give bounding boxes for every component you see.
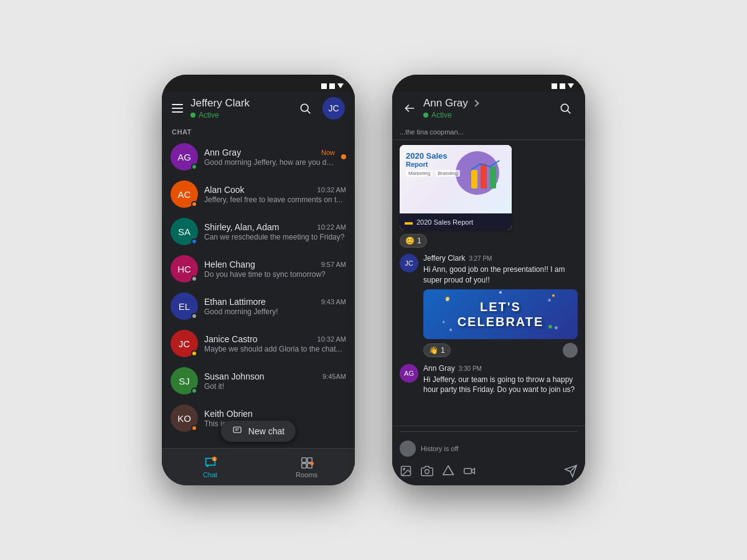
sales-report-label: Report [406, 161, 460, 168]
chat-item-alan-cook[interactable]: AC Alan Cook 10:32 AM Jeffery, feel free… [162, 175, 355, 213]
chat-time: 9:43 AM [321, 298, 346, 306]
sales-year: 2020 Sales [406, 151, 460, 161]
signal-icon [329, 83, 335, 89]
chat-name-row: Keith Obrien [204, 409, 346, 419]
msg-avatar-jeffery: JC [400, 254, 418, 273]
chat-item-ethan-lattimore[interactable]: EL Ethan Lattimore 9:43 AM Good morning … [162, 287, 355, 325]
nav-chat[interactable]: 1 Chat [162, 456, 258, 478]
msg-text-ann: Hi Jeffery, our team is going to throw a… [423, 375, 578, 396]
wifi-icon [321, 83, 327, 89]
status-dot-ethan-lattimore [191, 313, 197, 319]
reaction-pill-2[interactable]: 👋 1 [423, 343, 451, 357]
file-card[interactable]: 2020 Sales Report Marketing Branding [400, 145, 512, 230]
celebrate-text-line2: CELEBRATE [458, 314, 544, 329]
svg-line-13 [568, 111, 571, 114]
chat-section-label: CHAT [162, 124, 355, 138]
user-avatar[interactable]: JC [322, 97, 345, 119]
reaction-count-1: 1 [417, 236, 421, 245]
new-chat-button[interactable]: New chat [221, 421, 296, 442]
svg-rect-14 [471, 170, 477, 189]
rooms-nav-label: Rooms [296, 471, 317, 478]
status-dot-helen-chang [191, 276, 197, 282]
unread-indicator [341, 154, 346, 159]
chat-item-helen-chang[interactable]: HC Helen Chang 9:57 AM Do you have time … [162, 250, 355, 287]
file-card-image: 2020 Sales Report Marketing Branding [400, 145, 512, 213]
reaction-emoji-2: 👋 [429, 346, 438, 355]
back-button[interactable] [402, 101, 417, 116]
celebrate-text-line1: LET'S [458, 299, 544, 314]
camera-button[interactable] [421, 465, 433, 480]
reactor-avatar [563, 343, 578, 358]
tag-marketing: Marketing [406, 170, 433, 177]
chat-avatar-wrap: SA [171, 218, 198, 245]
send-button[interactable] [564, 464, 578, 480]
header-title: Jeffery Clark [190, 97, 288, 110]
image-attachment-button[interactable] [400, 465, 412, 480]
chevron-right-icon [472, 100, 479, 106]
battery-icon-2 [568, 83, 574, 88]
svg-point-18 [552, 294, 555, 297]
svg-rect-16 [490, 167, 496, 189]
chat-content-ethan-lattimore: Ethan Lattimore 9:43 AM Good morning Jef… [204, 297, 346, 316]
drive-icon [442, 465, 454, 477]
chat-detail-title: Ann Gray [423, 97, 468, 110]
bottom-nav: 1 Chat Rooms [162, 448, 355, 485]
chat-name: Keith Obrien [204, 409, 253, 419]
chat-name-row: Shirley, Alan, Adam 10:22 AM [204, 222, 346, 232]
truncated-text: ...the tina coopman... [400, 128, 464, 136]
header2-name-group: Ann Gray Active [423, 97, 549, 119]
status-icons-2 [552, 83, 574, 89]
svg-rect-8 [307, 457, 311, 462]
chat-time: 10:22 AM [317, 223, 346, 231]
chat-content-helen-chang: Helen Chang 9:57 AM Do you have time to … [204, 259, 346, 279]
svg-text:★: ★ [553, 324, 559, 331]
svg-text:★: ★ [547, 297, 552, 303]
chat-time: Now [321, 149, 335, 156]
battery-icon [337, 83, 344, 88]
svg-point-19 [449, 329, 452, 331]
chat-nav-label: Chat [203, 471, 217, 478]
chat-name: Ethan Lattimore [204, 297, 266, 307]
chat-item-janice-castro[interactable]: JC Janice Castro 10:32 AM Maybe we shoul… [162, 325, 355, 362]
svg-point-12 [561, 104, 568, 111]
chat-item-ann-gray[interactable]: AG Ann Gray Now Good morning Jeffery, ho… [162, 138, 355, 175]
phone2-screen: Ann Gray Active [392, 92, 585, 485]
chat-content-susan-johnson: Susan Johnson 9:45AM Got it! [204, 371, 346, 391]
active-text: Active [199, 111, 219, 119]
camera-icon [421, 465, 433, 477]
active-status-2: Active [423, 111, 549, 119]
search-button[interactable] [295, 98, 315, 118]
reaction-pill-1[interactable]: 😊 1 [400, 234, 427, 248]
msg-bubble-jeffery: Jeffery Clark 3:27 PM Hi Ann, good job o… [423, 254, 578, 358]
input-area: History is off [392, 426, 585, 485]
phone-chat-list: Jeffery Clark Active JC CHAT [162, 75, 355, 485]
svg-rect-7 [301, 457, 306, 462]
file-card-container: 2020 Sales Report Marketing Branding [400, 145, 578, 248]
chat-content-ann-gray: Ann Gray Now Good morning Jeffery, how a… [204, 147, 335, 167]
chat-avatar-wrap: JC [171, 330, 198, 357]
video-button[interactable] [463, 465, 476, 480]
chat-preview: Got it! [204, 382, 346, 391]
chat-avatar-wrap: AC [171, 180, 198, 208]
chat-item-group[interactable]: SA Shirley, Alan, Adam 10:22 AM Can we r… [162, 213, 355, 250]
svg-point-28 [425, 469, 430, 474]
drive-button[interactable] [442, 465, 454, 480]
new-chat-label: New chat [248, 426, 284, 436]
chat-preview: Maybe we should add Gloria to the chat..… [204, 345, 346, 353]
sales-text-block: 2020 Sales Report Marketing Branding [406, 151, 460, 177]
active-text-2: Active [431, 111, 452, 119]
chat-avatar-wrap: AG [171, 143, 198, 170]
nav-rooms[interactable]: Rooms [258, 456, 355, 478]
chat-icon: 1 [204, 456, 217, 470]
phone-notch-2 [458, 75, 520, 80]
phone2-header: Ann Gray Active [392, 92, 585, 124]
chat-item-susan-johnson[interactable]: SJ Susan Johnson 9:45AM Got it! [162, 362, 355, 399]
svg-rect-15 [481, 164, 487, 189]
chat-content-group: Shirley, Alan, Adam 10:22 AM Can we resc… [204, 222, 346, 241]
msg-sender-ann: Ann Gray [423, 364, 455, 373]
file-name: 2020 Sales Report [416, 218, 473, 226]
search-button-2[interactable] [555, 98, 575, 118]
menu-button[interactable] [172, 104, 183, 113]
chat-time: 10:32 AM [317, 186, 346, 194]
chat-time: 9:57 AM [321, 261, 346, 268]
